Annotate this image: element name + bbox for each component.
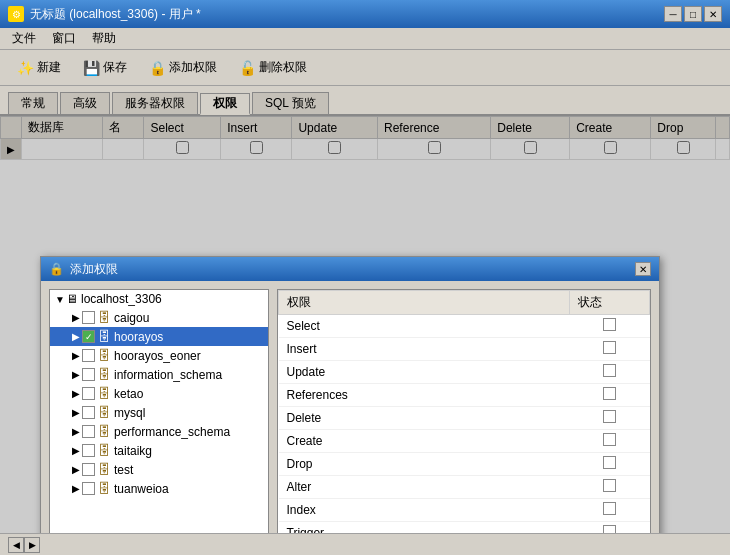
perm-row-insert: Insert <box>279 338 650 361</box>
menu-window[interactable]: 窗口 <box>44 28 84 49</box>
tree-panel[interactable]: ▼ 🖥 localhost_3306 ▶ 🗄 caigou ▶ <box>49 289 269 533</box>
tree-tuanweioa-checkbox[interactable] <box>82 482 95 495</box>
trigger-checkbox[interactable] <box>603 525 616 533</box>
perm-row-alter: Alter <box>279 476 650 499</box>
tree-item-information-schema[interactable]: ▶ 🗄 information_schema <box>50 365 268 384</box>
tree-ketao-expand[interactable]: ▶ <box>70 388 82 399</box>
tree-info-schema-expand[interactable]: ▶ <box>70 369 82 380</box>
tree-item-hoorayos[interactable]: ▶ ✓ 🗄 hoorayos <box>50 327 268 346</box>
menu-file[interactable]: 文件 <box>4 28 44 49</box>
tree-tuanweioa-label: tuanweioa <box>114 482 169 496</box>
tree-hoorayos-icon: 🗄 <box>98 329 111 344</box>
modal-overlay: 🔒 添加权限 ✕ ▼ 🖥 localhost_3306 <box>0 116 730 533</box>
tab-advanced[interactable]: 高级 <box>60 92 110 114</box>
tree-info-schema-checkbox[interactable] <box>82 368 95 381</box>
menu-help[interactable]: 帮助 <box>84 28 124 49</box>
new-label: 新建 <box>37 59 61 76</box>
main-window: ⚙ 无标题 (localhost_3306) - 用户 * ─ □ ✕ 文件 窗… <box>0 0 730 555</box>
tree-mysql-expand[interactable]: ▶ <box>70 407 82 418</box>
new-button[interactable]: ✨ 新建 <box>8 54 70 82</box>
window-title: 无标题 (localhost_3306) - 用户 * <box>30 6 201 23</box>
save-button[interactable]: 💾 保存 <box>74 54 136 82</box>
tree-perf-schema-checkbox[interactable] <box>82 425 95 438</box>
perm-status-insert[interactable] <box>570 338 650 361</box>
tab-sql-preview[interactable]: SQL 预览 <box>252 92 329 114</box>
tree-item-taitaikg[interactable]: ▶ 🗄 taitaikg <box>50 441 268 460</box>
del-perm-button[interactable]: 🔓 删除权限 <box>230 54 316 82</box>
content-area: 数据库 名 Select Insert Update Reference Del… <box>0 116 730 533</box>
del-perm-icon: 🔓 <box>239 60 255 76</box>
close-button[interactable]: ✕ <box>704 6 722 22</box>
index-checkbox[interactable] <box>603 502 616 515</box>
perm-status-alter[interactable] <box>570 476 650 499</box>
tree-item-ketao[interactable]: ▶ 🗄 ketao <box>50 384 268 403</box>
perm-row-delete: Delete <box>279 407 650 430</box>
tab-server-perm[interactable]: 服务器权限 <box>112 92 198 114</box>
tree-mysql-icon: 🗄 <box>98 405 111 420</box>
dialog-close-button[interactable]: ✕ <box>635 262 651 276</box>
title-bar: ⚙ 无标题 (localhost_3306) - 用户 * ─ □ ✕ <box>0 0 730 28</box>
perm-row-references: References <box>279 384 650 407</box>
tree-root-label: localhost_3306 <box>81 292 162 306</box>
drop-checkbox[interactable] <box>603 456 616 469</box>
tree-root[interactable]: ▼ 🖥 localhost_3306 <box>50 290 268 308</box>
permissions-panel: 权限 状态 Select Insert <box>277 289 651 533</box>
perm-status-index[interactable] <box>570 499 650 522</box>
tree-mysql-checkbox[interactable] <box>82 406 95 419</box>
tree-item-performance-schema[interactable]: ▶ 🗄 performance_schema <box>50 422 268 441</box>
tree-item-hoorayos-eoner[interactable]: ▶ 🗄 hoorayos_eoner <box>50 346 268 365</box>
tree-taitaikg-expand[interactable]: ▶ <box>70 445 82 456</box>
add-perm-button[interactable]: 🔒 添加权限 <box>140 54 226 82</box>
tab-general[interactable]: 常规 <box>8 92 58 114</box>
insert-checkbox[interactable] <box>603 341 616 354</box>
tree-hoorayos-eoner-icon: 🗄 <box>98 348 111 363</box>
perm-name-update: Update <box>279 361 570 384</box>
tree-test-expand[interactable]: ▶ <box>70 464 82 475</box>
scroll-right-button[interactable]: ▶ <box>24 537 40 553</box>
tree-item-caigou[interactable]: ▶ 🗄 caigou <box>50 308 268 327</box>
perm-status-update[interactable] <box>570 361 650 384</box>
tree-hoorayos-expand[interactable]: ▶ <box>70 331 82 342</box>
tree-perf-schema-expand[interactable]: ▶ <box>70 426 82 437</box>
perm-status-drop[interactable] <box>570 453 650 476</box>
perm-status-references[interactable] <box>570 384 650 407</box>
tree-hoorayos-eoner-expand[interactable]: ▶ <box>70 350 82 361</box>
tree-item-tuanweioa[interactable]: ▶ 🗄 tuanweioa <box>50 479 268 498</box>
scroll-left-button[interactable]: ◀ <box>8 537 24 553</box>
new-icon: ✨ <box>17 60 33 76</box>
perm-name-alter: Alter <box>279 476 570 499</box>
delete-checkbox[interactable] <box>603 410 616 423</box>
tree-item-test[interactable]: ▶ 🗄 test <box>50 460 268 479</box>
tree-caigou-expand[interactable]: ▶ <box>70 312 82 323</box>
perm-name-references: References <box>279 384 570 407</box>
tree-root-expand[interactable]: ▼ <box>54 294 66 305</box>
tree-hoorayos-checkbox[interactable]: ✓ <box>82 330 95 343</box>
select-checkbox[interactable] <box>603 318 616 331</box>
tree-test-checkbox[interactable] <box>82 463 95 476</box>
tree-ketao-checkbox[interactable] <box>82 387 95 400</box>
references-checkbox[interactable] <box>603 387 616 400</box>
tree-tuanweioa-expand[interactable]: ▶ <box>70 483 82 494</box>
tree-taitaikg-checkbox[interactable] <box>82 444 95 457</box>
update-checkbox[interactable] <box>603 364 616 377</box>
tree-test-icon: 🗄 <box>98 462 111 477</box>
perm-status-trigger[interactable] <box>570 522 650 534</box>
tree-test-label: test <box>114 463 133 477</box>
perm-status-select[interactable] <box>570 315 650 338</box>
alter-checkbox[interactable] <box>603 479 616 492</box>
add-perm-dialog: 🔒 添加权限 ✕ ▼ 🖥 localhost_3306 <box>40 256 660 533</box>
perm-table: 权限 状态 Select Insert <box>278 290 650 533</box>
tree-hoorayos-eoner-checkbox[interactable] <box>82 349 95 362</box>
create-checkbox[interactable] <box>603 433 616 446</box>
maximize-button[interactable]: □ <box>684 6 702 22</box>
tree-ketao-icon: 🗄 <box>98 386 111 401</box>
tree-caigou-label: caigou <box>114 311 149 325</box>
tree-caigou-checkbox[interactable] <box>82 311 95 324</box>
perm-status-delete[interactable] <box>570 407 650 430</box>
minimize-button[interactable]: ─ <box>664 6 682 22</box>
tree-ketao-label: ketao <box>114 387 143 401</box>
app-icon: ⚙ <box>8 6 24 22</box>
tree-item-mysql[interactable]: ▶ 🗄 mysql <box>50 403 268 422</box>
tab-permissions[interactable]: 权限 <box>200 93 250 115</box>
perm-status-create[interactable] <box>570 430 650 453</box>
